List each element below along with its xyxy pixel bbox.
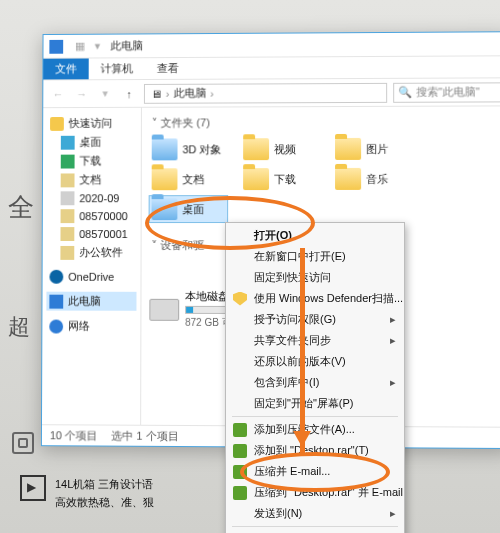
separator [232,416,398,417]
product-icon [20,475,46,501]
folder-music[interactable]: 音乐 [333,166,411,192]
nav-pane: 快速访问 桌面 下载 文档 2020-09 08570000 08570001 … [42,108,142,425]
ctx-add-rar[interactable]: 添加到 "Desktop.rar"(T) [228,440,402,461]
download-icon [61,154,75,168]
sidebar-item[interactable]: 下载 [47,151,137,170]
folder-icon [243,138,269,160]
folder-desktop[interactable]: 桌面 [150,196,228,222]
bg-text-2: 超 [8,312,30,342]
folder-downloads[interactable]: 下载 [241,166,319,192]
ctx-compress-rar-email[interactable]: 压缩到 "Desktop.rar" 并 E-mail [228,482,402,503]
sidebar-item[interactable]: 2020-09 [47,189,137,207]
pc-icon [49,294,63,308]
folder-icon [61,209,75,223]
crumb-root[interactable]: 此电脑 [173,86,206,101]
sidebar-network[interactable]: 网络 [46,317,136,336]
folder-icon [335,168,361,190]
nav-up-icon[interactable]: ↑ [120,84,138,102]
quick-access-toolbar: ▦ ▾ [73,39,105,53]
nav-forward-icon[interactable]: → [73,85,91,103]
sidebar-item[interactable]: 08570001 [47,225,137,243]
star-icon [50,117,64,131]
separator [232,526,398,527]
status-count: 10 个项目 [50,428,98,443]
folder-3d-objects[interactable]: 3D 对象 [150,136,228,162]
sidebar-item[interactable]: 办公软件 [47,243,137,262]
folder-videos[interactable]: 视频 [241,136,319,162]
archive-icon [233,465,247,479]
sidebar-item[interactable]: 桌面 [47,133,137,152]
ctx-share-sync[interactable]: 共享文件夹同步 [228,330,402,351]
chip-icon [12,432,34,454]
ctx-open-new-window[interactable]: 在新窗口中打开(E) [228,246,402,267]
sidebar-onedrive[interactable]: OneDrive [46,268,136,286]
folder-icon [152,198,178,220]
ctx-pin-quick[interactable]: 固定到快速访问 [228,267,402,288]
ctx-defender-scan[interactable]: 使用 Windows Defender扫描... [228,288,402,309]
pc-icon: 🖥 [151,87,162,99]
explorer-icon [49,39,63,53]
tab-view[interactable]: 查看 [145,58,191,79]
folder-icon [243,168,269,190]
sidebar-thispc[interactable]: 此电脑 [46,292,136,311]
folder-icon [152,138,178,160]
network-icon [49,319,63,333]
chevron-right-icon: › [166,87,170,99]
bg-text-1: 全 [8,190,34,225]
desktop-icon [61,135,75,149]
ctx-send-to[interactable]: 发送到(N) [228,503,402,524]
onedrive-icon [49,270,63,284]
folder-pictures[interactable]: 图片 [333,136,411,162]
archive-icon [233,444,247,458]
address-bar: ← → ▾ ↑ 🖥 › 此电脑 › 🔍 搜索"此电脑" [43,78,500,108]
archive-icon [233,486,247,500]
status-selection: 选中 1 个项目 [112,429,179,444]
folder-documents[interactable]: 文档 [150,166,228,192]
sidebar-quick-access[interactable]: 快速访问 [47,114,137,133]
ribbon-tabs: 文件 计算机 查看 [43,56,500,80]
search-icon: 🔍 [398,86,412,99]
folder-icon [60,245,74,259]
folder-icon [335,138,361,160]
ctx-add-archive[interactable]: 添加到压缩文件(A)... [228,419,402,440]
window-title: 此电脑 [110,38,143,53]
folder-icon [60,227,74,241]
titlebar[interactable]: ▦ ▾ 此电脑 [43,32,500,58]
document-icon [61,173,75,187]
ctx-grant-access[interactable]: 授予访问权限(G) [228,309,402,330]
search-placeholder: 搜索"此电脑" [416,84,479,99]
sidebar-item[interactable]: 08570000 [47,207,137,225]
ctx-copy[interactable]: 复制(C) [228,529,402,533]
folder-icon [152,168,178,190]
ctx-include-library[interactable]: 包含到库中(I) [228,372,402,393]
context-menu: 打开(O) 在新窗口中打开(E) 固定到快速访问 使用 Windows Defe… [225,222,405,533]
group-header-folders[interactable]: ˅ 文件夹 (7) [150,112,500,136]
sidebar-item[interactable]: 文档 [47,170,137,189]
archive-icon [233,423,247,437]
search-input[interactable]: 🔍 搜索"此电脑" [393,82,500,102]
chevron-right-icon: › [210,87,214,99]
ctx-restore-version[interactable]: 还原以前的版本(V) [228,351,402,372]
ctx-open[interactable]: 打开(O) [228,225,402,246]
nav-back-icon[interactable]: ← [49,85,67,103]
shield-icon [233,292,247,306]
ctx-compress-email[interactable]: 压缩并 E-mail... [228,461,402,482]
ctx-pin-start[interactable]: 固定到"开始"屏幕(P) [228,393,402,414]
qat-properties-icon[interactable]: ▦ [73,39,87,53]
tab-computer[interactable]: 计算机 [89,58,145,79]
qat-dropdown-icon[interactable]: ▾ [91,39,105,53]
tab-file[interactable]: 文件 [43,58,88,79]
drive-icon [149,298,179,320]
calendar-icon [61,191,75,205]
nav-recent-icon[interactable]: ▾ [96,85,114,103]
breadcrumb[interactable]: 🖥 › 此电脑 › [144,82,387,103]
